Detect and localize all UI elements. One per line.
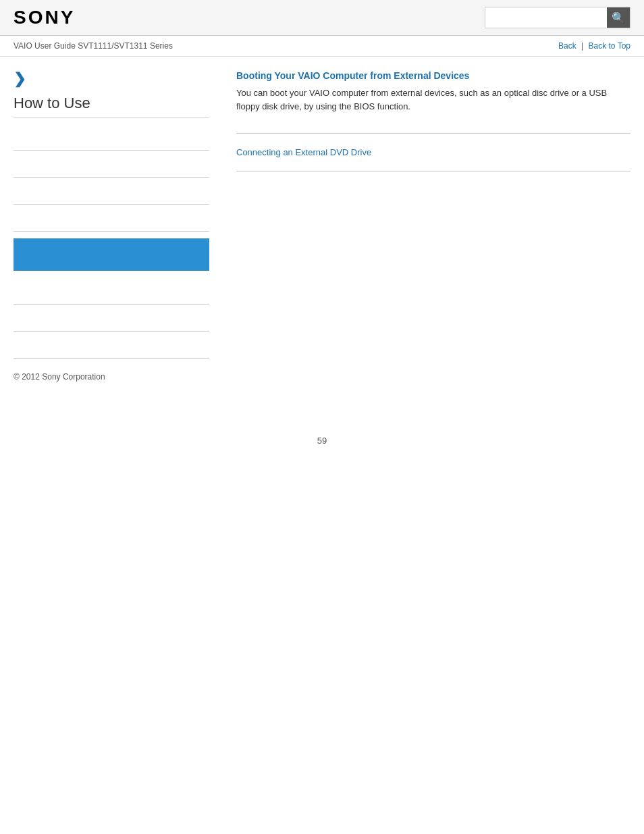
sidebar-footer-item-2[interactable] bbox=[14, 305, 209, 332]
sub-header: VAIO User Guide SVT1111/SVT1311 Series B… bbox=[0, 36, 644, 57]
booting-link[interactable]: Booting Your VAIO Computer from External… bbox=[236, 70, 630, 81]
search-box: 🔍 bbox=[485, 7, 630, 28]
content-section-2: Connecting an External DVD Drive bbox=[236, 147, 630, 172]
content-divider bbox=[236, 133, 630, 134]
content-area: Booting Your VAIO Computer from External… bbox=[223, 70, 630, 382]
sony-logo: SONY bbox=[14, 7, 75, 28]
search-icon: 🔍 bbox=[612, 11, 625, 24]
dvd-link[interactable]: Connecting an External DVD Drive bbox=[236, 147, 630, 157]
page-number: 59 bbox=[0, 422, 644, 459]
header: SONY 🔍 bbox=[0, 0, 644, 36]
sidebar-highlight[interactable] bbox=[14, 238, 209, 271]
sidebar-item-2[interactable] bbox=[14, 151, 209, 178]
sidebar-item-4[interactable] bbox=[14, 205, 209, 232]
content-section-1: Booting Your VAIO Computer from External… bbox=[236, 70, 630, 113]
dvd-divider bbox=[236, 171, 630, 172]
main-container: ❯ How to Use © 2012 Sony Corporation bbox=[0, 57, 644, 395]
nav-links: Back | Back to Top bbox=[558, 41, 630, 51]
sidebar-item-3[interactable] bbox=[14, 178, 209, 205]
chevron-icon: ❯ bbox=[14, 70, 209, 88]
sidebar-item-1[interactable] bbox=[14, 124, 209, 151]
booting-description: You can boot your VAIO computer from ext… bbox=[236, 86, 630, 113]
sidebar: ❯ How to Use © 2012 Sony Corporation bbox=[14, 70, 223, 382]
back-link[interactable]: Back bbox=[558, 41, 576, 51]
sidebar-title: How to Use bbox=[14, 95, 209, 118]
search-button[interactable]: 🔍 bbox=[607, 7, 630, 28]
sidebar-footer-item-1[interactable] bbox=[14, 278, 209, 305]
back-to-top-link[interactable]: Back to Top bbox=[589, 41, 630, 51]
guide-title: VAIO User Guide SVT1111/SVT1311 Series bbox=[14, 41, 173, 51]
copyright: © 2012 Sony Corporation bbox=[14, 372, 209, 382]
search-input[interactable] bbox=[485, 7, 607, 28]
sidebar-footer-item-3[interactable] bbox=[14, 332, 209, 359]
nav-separator: | bbox=[581, 41, 583, 51]
